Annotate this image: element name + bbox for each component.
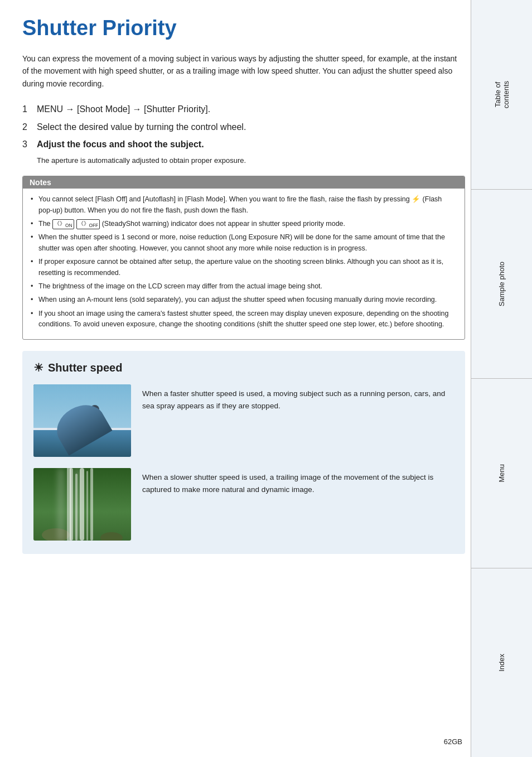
note-item-3: When the shutter speed is 1 second or mo… (31, 232, 457, 254)
sidebar-tab-index[interactable]: Index (471, 568, 532, 758)
page-title: Shutter Priority (22, 17, 465, 40)
svg-line-3 (89, 414, 95, 426)
sidebar-tab-toc[interactable]: Table ofcontents (471, 0, 532, 190)
fast-shutter-text: When a faster shutter speed is used, a m… (142, 384, 454, 412)
shutter-speed-section: ☀ Shutter speed (22, 351, 465, 554)
step-3: 3 Adjust the focus and shoot the subject… (22, 137, 465, 152)
svg-line-4 (81, 415, 89, 418)
shutter-example-fast: When a faster shutter speed is used, a m… (33, 384, 454, 457)
steps-list: 1 MENU → [Shoot Mode] → [Shutter Priorit… (22, 102, 465, 166)
sidebar-tab-index-label: Index (497, 654, 506, 672)
svg-rect-1 (33, 429, 131, 457)
notes-box: Notes You cannot select [Flash Off] and … (22, 176, 465, 340)
note-item-2: The 《》ON 《》OFF (SteadyShot warning) indi… (31, 219, 457, 229)
step-1-text: MENU → [Shoot Mode] → [Shutter Priority]… (37, 102, 210, 117)
sidebar-tab-toc-label: Table ofcontents (494, 81, 510, 108)
sidebar-tab-sample-label: Sample photo (497, 262, 506, 306)
note-item-6: When using an A-mount lens (sold separat… (31, 295, 457, 305)
step-3-number: 3 (22, 137, 31, 152)
step-2: 2 Select the desired value by turning th… (22, 120, 465, 134)
note-item-4: If proper exposure cannot be obtained af… (31, 257, 457, 278)
svg-rect-11 (80, 468, 84, 541)
svg-rect-13 (90, 468, 93, 541)
notes-list: You cannot select [Flash Off] and [Autof… (31, 194, 457, 330)
sidebar-tab-menu-label: Menu (497, 464, 506, 483)
shutter-examples: When a faster shutter speed is used, a m… (33, 384, 454, 541)
sidebar-tab-menu[interactable]: Menu (471, 379, 532, 568)
note-item-1: You cannot select [Flash Off] and [Autof… (31, 194, 457, 216)
sidebar: Table ofcontents Sample photo Menu Index (471, 0, 532, 757)
shutter-speed-label: Shutter speed (48, 361, 122, 374)
shutter-icon: ☀ (33, 361, 43, 374)
step-2-text: Select the desired value by turning the … (37, 120, 246, 134)
svg-point-2 (90, 405, 99, 414)
step-3-text: Adjust the focus and shoot the subject. (37, 137, 204, 152)
sidebar-tab-sample[interactable]: Sample photo (471, 190, 532, 379)
svg-rect-10 (75, 474, 78, 541)
page-number: 62GB (444, 737, 462, 746)
fast-shutter-photo (33, 384, 131, 457)
step-1-number: 1 (22, 102, 31, 117)
svg-rect-9 (70, 468, 73, 541)
step-1: 1 MENU → [Shoot Mode] → [Shutter Priorit… (22, 102, 465, 117)
note-item-5: The brightness of the image on the LCD s… (31, 281, 457, 292)
shutter-speed-title: ☀ Shutter speed (33, 361, 454, 374)
notes-header: Notes (23, 176, 465, 189)
step-3-sub: The aperture is automatically adjusted t… (37, 155, 465, 166)
intro-text: You can express the movement of a moving… (22, 52, 465, 90)
shutter-example-slow: When a slower shutter speed is used, a t… (33, 468, 454, 541)
slow-shutter-photo (33, 468, 131, 541)
notes-content: You cannot select [Flash Off] and [Autof… (23, 189, 465, 339)
slow-shutter-text: When a slower shutter speed is used, a t… (142, 468, 454, 495)
svg-line-5 (84, 426, 89, 435)
main-content: Shutter Priority You can express the mov… (22, 0, 465, 576)
step-2-number: 2 (22, 120, 31, 134)
note-item-7: If you shoot an image using the camera's… (31, 308, 457, 330)
svg-rect-12 (86, 471, 88, 541)
svg-rect-7 (33, 428, 131, 430)
svg-line-6 (89, 426, 96, 433)
